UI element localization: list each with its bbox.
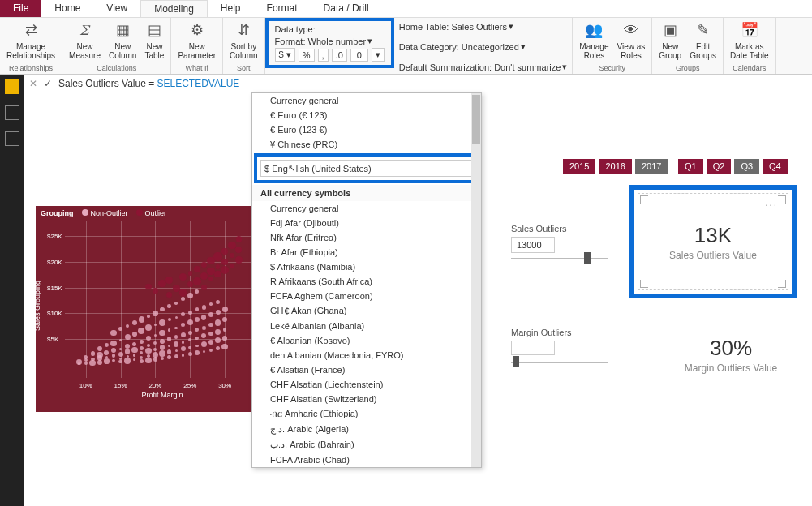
currency-option[interactable]: den Albanian (Macedonia, FYRO) [252,348,481,362]
data-point[interactable] [215,319,221,325]
data-point[interactable] [221,344,227,349]
data-point[interactable] [216,300,220,304]
data-point[interactable] [161,357,164,360]
margin-slicer-value[interactable] [511,341,555,355]
year-pill-2017[interactable]: 2017 [635,159,668,174]
tab-format[interactable]: Format [254,0,311,17]
margin-slicer-handle[interactable] [513,356,519,367]
data-point[interactable] [167,337,172,341]
chevron-down-icon[interactable]: ▾ [521,41,526,52]
data-point[interactable] [221,248,227,254]
formula-input[interactable]: Sales Outliers Value = SELECTEDVALUE [58,78,807,89]
data-point[interactable] [195,350,200,355]
data-point[interactable] [222,307,228,312]
currency-option[interactable]: Currency general [252,201,481,216]
data-point[interactable] [140,340,144,344]
data-point[interactable] [216,310,221,315]
data-point[interactable] [187,281,193,287]
data-point[interactable] [160,339,165,344]
data-point[interactable] [119,348,122,350]
sales-slicer-value[interactable]: 13000 [511,237,555,253]
report-view-button[interactable] [5,79,19,94]
tab-help[interactable]: Help [208,0,254,17]
data-point[interactable] [188,352,193,357]
data-point[interactable] [160,307,164,311]
chevron-down-icon[interactable]: ▾ [562,62,567,72]
data-point[interactable] [187,319,193,325]
new-parameter-button[interactable]: ⚙New Parameter [176,19,217,62]
data-point[interactable] [153,348,157,351]
scatter-chart[interactable]: Grouping Non-Outlier Outlier Sales Group… [36,206,279,412]
default-summarization-label[interactable]: Default Summarization: Don't summarize [399,62,561,72]
data-point[interactable] [201,262,207,268]
format-label[interactable]: Format: Whole number [275,36,366,46]
year-pill-2015[interactable]: 2015 [563,159,595,174]
data-point[interactable] [230,264,234,268]
currency-option[interactable]: $ Afrikaans (Namibia) [252,259,481,274]
data-point[interactable] [208,323,213,327]
data-point[interactable] [179,273,187,281]
quarter-pill-Q3[interactable]: Q3 [734,159,759,174]
data-point[interactable] [222,336,227,341]
currency-option[interactable]: ¥ Chinese (PRC) [252,137,481,152]
edit-groups-button[interactable]: ✎Edit Groups [688,19,718,62]
currency-option[interactable]: د.ج. Arabic (Algeria) [252,422,481,437]
tab-view[interactable]: View [93,0,140,17]
data-point[interactable] [182,354,184,356]
data-point[interactable] [188,331,192,335]
data-point[interactable] [188,346,191,349]
tab-data-drill[interactable]: Data / Drill [311,0,382,17]
data-point[interactable] [216,264,221,269]
tab-home[interactable]: Home [41,0,93,17]
data-point[interactable] [208,312,213,317]
new-measure-button[interactable]: 𝛴New Measure [67,19,102,62]
data-point[interactable] [182,341,184,343]
data-point[interactable] [202,326,206,330]
data-point[interactable] [235,247,242,253]
data-point[interactable] [208,277,213,281]
currency-option[interactable]: Fdj Afar (Djibouti) [252,216,481,230]
formula-cancel-button[interactable]: ✕ [29,78,37,89]
new-group-button[interactable]: ▣New Group [657,19,683,62]
data-point[interactable] [201,333,206,338]
data-point[interactable] [181,346,186,351]
data-point[interactable] [221,266,230,275]
data-point[interactable] [153,311,157,315]
data-category-label[interactable]: Data Category: Uncategorized [399,42,519,52]
thousands-format-button[interactable]: , [318,49,329,62]
currency-option[interactable]: Lekë Albanian (Albania) [252,319,481,333]
formula-commit-button[interactable]: ✓ [44,78,52,89]
currency-option[interactable]: € Alsatian (France) [252,362,481,377]
data-point[interactable] [207,268,214,275]
data-point[interactable] [147,315,150,318]
data-point[interactable] [167,304,171,308]
data-point[interactable] [125,344,130,349]
currency-option[interactable]: FCFA Aghem (Cameroon) [252,289,481,303]
data-point[interactable] [179,289,187,296]
currency-option[interactable]: R Afrikaans (South Africa) [252,274,481,289]
data-point[interactable] [118,352,123,357]
data-point[interactable] [168,318,171,321]
percent-format-button[interactable]: % [299,49,315,62]
data-point[interactable] [194,266,200,272]
tab-file[interactable]: File [0,0,41,17]
currency-option[interactable]: FCFA Arabic (Chad) [252,452,481,467]
data-point[interactable] [213,252,221,260]
card-more-options[interactable]: ... [765,197,778,208]
data-point[interactable] [201,285,208,291]
data-point[interactable] [153,341,157,345]
data-point[interactable] [105,343,109,347]
data-point[interactable] [181,312,185,316]
data-point[interactable] [175,349,178,352]
data-point[interactable] [188,271,192,275]
chevron-down-icon[interactable]: ▾ [367,36,372,46]
data-point[interactable] [187,293,193,298]
data-point[interactable] [133,354,135,356]
sort-by-column-button[interactable]: ⇵Sort by Column [228,19,259,62]
data-point[interactable] [118,327,122,330]
sales-outliers-card[interactable]: ... 13K Sales Outliers Value [638,193,788,290]
data-point[interactable] [175,316,178,319]
currency-option[interactable]: € Albanian (Kosovo) [252,333,481,348]
scrollbar[interactable] [471,93,481,467]
data-point[interactable] [132,342,136,346]
